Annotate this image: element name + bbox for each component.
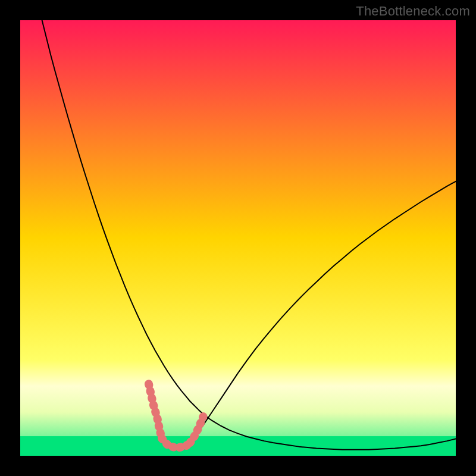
optimal-band: [20, 436, 456, 456]
chart-svg: [20, 20, 456, 456]
watermark-text: TheBottleneck.com: [356, 4, 470, 19]
gradient-background: [20, 20, 456, 456]
plot-area: [20, 20, 456, 456]
chart-stage: TheBottleneck.com: [0, 0, 476, 476]
